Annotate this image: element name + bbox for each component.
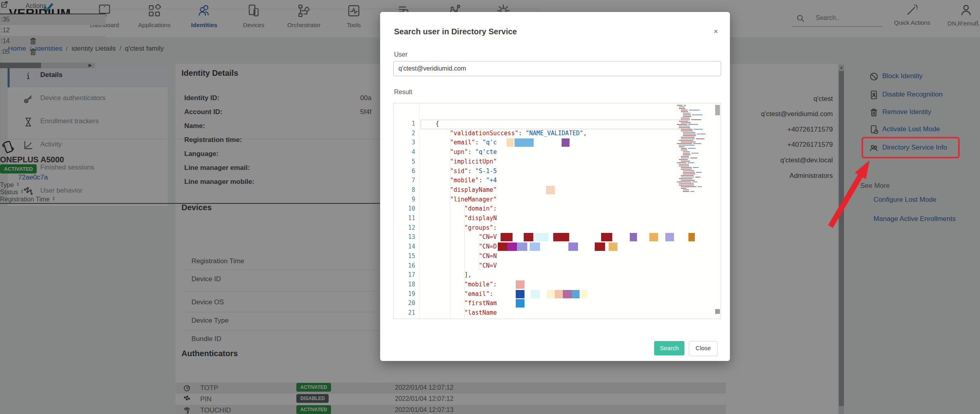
code-token: "displayN <box>464 215 497 222</box>
code-text: "validationSuccess": "NAME_VALIDATED", <box>436 129 587 138</box>
line-number: 3 <box>394 138 415 148</box>
minimap-line <box>683 135 696 136</box>
code-text: "lineManager" <box>436 195 497 205</box>
code-token: "CN=V <box>479 262 497 269</box>
code-token: "CN=N <box>479 252 497 260</box>
code-token <box>436 290 464 298</box>
redaction-block <box>601 233 612 241</box>
minimap-line <box>683 154 690 155</box>
line-number: 5 <box>394 157 415 167</box>
code-token: : <box>493 205 497 212</box>
code-text: "groups": <box>436 223 497 233</box>
minimap-line <box>681 111 688 112</box>
minimap-line <box>681 110 688 110</box>
code-token <box>436 309 464 316</box>
code-token <box>436 196 450 203</box>
minimap-line <box>679 164 689 165</box>
line-number: 7 <box>394 176 415 185</box>
minimap-line <box>681 150 687 150</box>
code-token: "firstNam <box>464 300 497 307</box>
redaction-block <box>609 242 617 251</box>
user-field-label: User <box>394 51 408 58</box>
code-token: : <box>489 290 493 298</box>
code-token: "email" <box>464 290 489 298</box>
minimap-line <box>679 108 685 109</box>
redaction-block <box>507 242 518 251</box>
minimap-line <box>696 138 704 139</box>
redaction-block <box>507 138 514 147</box>
minimap-line <box>679 185 694 185</box>
redaction-block <box>524 233 533 241</box>
minimap-line <box>691 153 698 154</box>
code-text: "email": <box>436 290 493 299</box>
code-line-13: 13 "CN=V <box>394 233 721 242</box>
code-line-7: 7 "mobile": "+4 <box>394 176 721 185</box>
minimap-line <box>681 175 694 176</box>
code-token <box>436 262 479 269</box>
code-line-2: 2 "validationSuccess": "NAME_VALIDATED", <box>394 129 721 138</box>
minimap-line <box>681 188 686 189</box>
code-line-16: 16 "CN=V <box>394 261 721 271</box>
code-token: "mobile" <box>464 281 493 288</box>
code-token: ], <box>464 271 471 278</box>
redaction-block <box>553 233 569 241</box>
code-token <box>436 252 479 260</box>
code-token <box>436 271 464 278</box>
editor-scrollbar-thumb[interactable] <box>715 105 720 115</box>
code-line-3: 3 "email": "q'c <box>394 138 721 148</box>
line-number: 4 <box>394 148 415 157</box>
minimap-line <box>691 119 701 120</box>
redaction-block <box>580 290 588 298</box>
code-text: "firstNam <box>436 299 497 308</box>
code-line-15: 15 "CN=N <box>394 252 721 261</box>
line-number: 11 <box>394 214 415 223</box>
redaction-block <box>649 233 658 241</box>
minimap-line <box>693 167 699 168</box>
code-token: : <box>475 139 482 146</box>
redaction-block <box>568 242 578 251</box>
code-token: "validationSuccess" <box>450 130 519 137</box>
code-text: "CN=V <box>436 261 497 271</box>
code-token <box>436 205 464 212</box>
editor-scrollbar-bottom[interactable] <box>715 309 720 314</box>
code-token: "q'c <box>482 139 497 146</box>
minimap-line <box>679 178 692 179</box>
modal-search-button[interactable]: Search <box>654 341 684 355</box>
code-line-4: 4 "upn": "q'cte <box>394 148 721 157</box>
code-token: : <box>468 148 475 156</box>
code-token: "upn" <box>450 148 468 156</box>
minimap-line <box>681 138 695 139</box>
minimap-line <box>677 105 682 106</box>
modal-close-button[interactable]: Close <box>689 341 718 356</box>
code-text: "credenti <box>436 318 497 319</box>
app-root: VERIDIUM TRUSTED DIGITAL IDENTITY Dashbo… <box>0 0 980 414</box>
result-label: Result <box>394 89 412 96</box>
code-line-17: 17 ], <box>394 270 721 280</box>
code-token: : <box>479 177 486 184</box>
line-number: 9 <box>394 195 415 205</box>
code-token <box>436 300 464 307</box>
redaction-block <box>563 290 572 298</box>
modal-close-icon[interactable]: × <box>714 27 718 36</box>
code-text: "CN=N <box>436 252 497 261</box>
minimap-line <box>690 158 697 158</box>
minimap-line <box>696 172 702 173</box>
redaction-block <box>546 186 555 194</box>
code-token <box>436 148 450 156</box>
minimap-line <box>683 113 690 114</box>
minimap-line <box>681 148 687 149</box>
user-input[interactable] <box>393 61 721 76</box>
minimap-line <box>683 116 691 117</box>
minimap-line <box>683 134 696 134</box>
code-line-14: 14 "CN=D <box>394 242 721 252</box>
line-number: 8 <box>394 185 415 195</box>
minimap-line <box>688 162 694 163</box>
minimap-line <box>679 183 694 184</box>
minimap-line <box>693 143 701 144</box>
editor-minimap[interactable] <box>677 105 702 197</box>
line-number: 21 <box>394 308 415 318</box>
line-number: 13 <box>394 233 415 242</box>
code-token <box>436 233 479 241</box>
code-text: "domain": <box>436 204 497 214</box>
result-json-editor[interactable]: 1{2 "validationSuccess": "NAME_VALIDATED… <box>393 103 721 319</box>
